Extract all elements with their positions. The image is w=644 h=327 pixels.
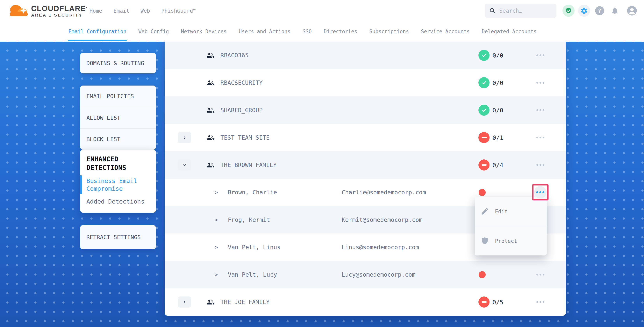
check-icon	[481, 52, 488, 59]
top-nav-home[interactable]: Home	[90, 8, 102, 14]
bell-glyph	[611, 6, 619, 15]
group-row[interactable]: RBACO3650/0	[164, 42, 566, 69]
member-name: Brown, Charlie	[228, 179, 277, 206]
row-actions-button[interactable]	[532, 157, 548, 173]
tab-web-config[interactable]: Web Config	[138, 21, 169, 42]
check-icon	[481, 107, 488, 113]
member-email: Lucy@somedemocorp.com	[342, 261, 416, 288]
member-row[interactable]: >Van Pelt, LucyLucy@somedemocorp.com	[164, 261, 566, 288]
top-nav-web[interactable]: Web	[140, 8, 150, 14]
sidebar-section-heading: ENHANCED DETECTIONS	[86, 155, 150, 172]
chevron-right-icon	[182, 300, 187, 305]
tab-directories[interactable]: Directories	[324, 21, 357, 42]
top-nav-phishguard[interactable]: PhishGuard™	[161, 8, 196, 14]
row-actions-button[interactable]	[532, 294, 548, 310]
gear-glyph	[580, 7, 588, 14]
protection-count: 0/1	[492, 124, 503, 151]
group-icon	[206, 151, 214, 179]
group-icon	[206, 124, 214, 151]
row-actions-button[interactable]	[532, 47, 548, 63]
sidebar-card-1: EMAIL POLICIESALLOW LISTBLOCK LIST	[80, 85, 156, 150]
sidebar-item-added-detections[interactable]: Added Detections	[86, 198, 150, 205]
group-name: THE JOE FAMILY	[220, 288, 270, 316]
tab-users-and-actions[interactable]: Users and Actions	[239, 21, 290, 42]
row-chevron-icon: >	[214, 206, 218, 234]
menu-item-protect[interactable]: Protect	[475, 226, 547, 256]
group-row[interactable]: RBACSECURITY0/0	[164, 69, 566, 96]
group-row[interactable]: THE JOE FAMILY0/5	[164, 288, 566, 316]
protection-count: 0/0	[492, 69, 503, 96]
shield-check-glyph	[565, 7, 572, 14]
brand-trademark: ’	[86, 6, 87, 10]
search-input[interactable]	[499, 7, 552, 14]
avatar-icon[interactable]	[627, 5, 637, 16]
menu-item-edit[interactable]: Edit	[475, 197, 547, 226]
group-people-icon	[206, 298, 214, 306]
help-icon[interactable]: ?	[595, 6, 604, 15]
page-background: DOMAINS & ROUTINGEMAIL POLICIESALLOW LIS…	[0, 42, 644, 327]
row-actions-button-highlighted[interactable]	[532, 184, 548, 200]
shield-icon	[480, 237, 489, 245]
group-row[interactable]: THE BROWN FAMILY0/4	[164, 151, 566, 179]
minus-icon	[482, 301, 486, 303]
status-ok-badge	[478, 105, 490, 116]
menu-item-label: Edit	[495, 208, 508, 214]
top-nav-email[interactable]: Email	[114, 8, 129, 14]
tab-delegated-accounts[interactable]: Delegated Accounts	[482, 21, 536, 42]
group-icon	[206, 69, 214, 96]
status-ok-badge	[478, 50, 490, 61]
active-indicator-bar	[80, 175, 82, 194]
top-nav: HomeEmailWebPhishGuard™	[90, 0, 196, 21]
shield-check-icon[interactable]	[562, 5, 574, 17]
status-blocked-badge	[478, 132, 490, 143]
sidebar-item-domains-routing[interactable]: DOMAINS & ROUTING	[80, 53, 156, 73]
row-actions-button[interactable]	[532, 129, 548, 146]
sidebar-item-email-policies[interactable]: EMAIL POLICIES	[80, 85, 156, 107]
sidebar-item-business-email-compromise[interactable]: Business Email Compromise	[86, 177, 150, 192]
group-name: RBACSECURITY	[220, 69, 263, 96]
group-people-icon	[206, 134, 214, 142]
gear-icon[interactable]	[578, 5, 590, 17]
tab-sso[interactable]: SSO	[302, 21, 312, 42]
group-name: SHARED_GROUP	[220, 96, 263, 124]
group-people-icon	[206, 79, 214, 87]
avatar-glyph	[627, 5, 637, 16]
secondary-nav: Email ConfigurationWeb ConfigNetwork Dev…	[0, 21, 644, 42]
brand-subtitle: AREA 1 SECURITY	[31, 12, 87, 18]
expand-group-button[interactable]	[178, 297, 191, 308]
chevron-down-icon	[182, 163, 187, 168]
group-people-icon	[206, 51, 214, 59]
sidebar-item-block-list[interactable]: BLOCK LIST	[80, 128, 156, 150]
status-ok-badge	[478, 77, 490, 88]
search-box[interactable]	[485, 4, 556, 18]
protection-count: 0/0	[492, 96, 503, 124]
member-email: Charlie@somedemocorp.com	[342, 179, 426, 206]
row-actions-button[interactable]	[532, 102, 548, 118]
tab-network-devices[interactable]: Network Devices	[181, 21, 227, 42]
group-row[interactable]: SHARED_GROUP0/0	[164, 96, 566, 124]
tab-subscriptions[interactable]: Subscriptions	[369, 21, 409, 42]
sidebar-item-allow-list[interactable]: ALLOW LIST	[80, 107, 156, 128]
tab-email-configuration[interactable]: Email Configuration	[68, 21, 126, 42]
groups-table-panel: RBACO3650/0RBACSECURITY0/0SHARED_GROUP0/…	[164, 42, 566, 316]
collapse-group-button[interactable]	[178, 159, 191, 171]
group-icon	[206, 96, 214, 124]
check-icon	[481, 79, 488, 86]
group-row[interactable]: TEST TEAM SITE0/1	[164, 124, 566, 151]
tab-service-accounts[interactable]: Service Accounts	[421, 21, 470, 42]
status-dot	[478, 189, 486, 196]
group-people-icon	[206, 106, 214, 114]
row-chevron-icon: >	[214, 261, 218, 288]
member-email: Kermit@somedemocorp.com	[342, 206, 422, 234]
row-actions-button[interactable]	[532, 266, 548, 283]
expand-group-button[interactable]	[178, 132, 191, 143]
protection-count: 0/0	[492, 42, 503, 69]
ellipsis-icon	[534, 186, 546, 199]
group-people-icon	[206, 161, 214, 169]
sidebar-item-retract-settings[interactable]: RETRACT SETTINGS	[80, 225, 156, 249]
group-icon	[206, 42, 214, 69]
bell-icon[interactable]	[609, 5, 621, 17]
row-actions-button[interactable]	[532, 74, 548, 91]
menu-item-label: Protect	[495, 238, 517, 244]
protection-count: 0/5	[492, 288, 503, 316]
